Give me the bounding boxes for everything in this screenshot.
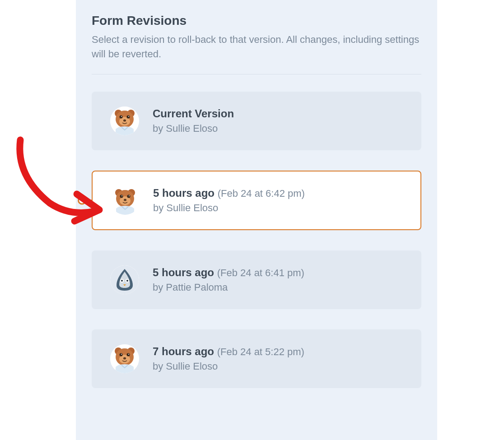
- svg-point-24: [126, 280, 128, 282]
- svg-point-31: [127, 353, 130, 356]
- svg-point-33: [128, 354, 129, 355]
- svg-point-16: [127, 195, 131, 198]
- svg-point-30: [120, 353, 123, 356]
- panel-title: Form Revisions: [92, 14, 421, 28]
- panel-subtitle: Select a revision to roll-back to that v…: [92, 32, 421, 61]
- revision-time-line: 7 hours ago (Feb 24 at 5:22 pm): [153, 345, 304, 358]
- revision-byline: by Sullie Eloso: [153, 123, 234, 134]
- svg-point-15: [120, 195, 123, 198]
- revisions-panel: Form Revisions Select a revision to roll…: [76, 0, 437, 440]
- revision-byline: by Pattie Paloma: [153, 282, 304, 293]
- revision-item[interactable]: 5 hours ago (Feb 24 at 6:41 pm) by Patti…: [92, 250, 421, 309]
- avatar-bear-icon: [111, 186, 140, 215]
- svg-point-6: [127, 115, 130, 118]
- avatar-bear-icon: [110, 344, 139, 373]
- revision-timestamp: (Feb 24 at 6:42 pm): [218, 188, 305, 199]
- svg-point-19: [124, 199, 126, 201]
- svg-point-23: [121, 280, 123, 282]
- revision-timestamp: (Feb 24 at 5:22 pm): [217, 346, 304, 357]
- revision-text: Current Version by Sullie Eloso: [153, 107, 234, 134]
- revision-timestamp: (Feb 24 at 6:41 pm): [217, 267, 304, 278]
- svg-point-8: [128, 116, 129, 117]
- revision-time: 7 hours ago: [153, 345, 214, 357]
- svg-point-32: [121, 354, 122, 355]
- revision-time-line: Current Version: [153, 107, 234, 120]
- revision-item[interactable]: 7 hours ago (Feb 24 at 5:22 pm) by Sulli…: [92, 329, 421, 388]
- revision-item-selected[interactable]: 5 hours ago (Feb 24 at 6:42 pm) by Sulli…: [92, 171, 421, 230]
- svg-point-9: [123, 119, 126, 121]
- svg-point-17: [121, 195, 122, 196]
- revision-time: 5 hours ago: [153, 266, 214, 278]
- revision-text: 7 hours ago (Feb 24 at 5:22 pm) by Sulli…: [153, 345, 304, 372]
- revision-current[interactable]: Current Version by Sullie Eloso: [92, 92, 421, 150]
- revision-time-line: 5 hours ago (Feb 24 at 6:42 pm): [153, 187, 305, 199]
- revision-text: 5 hours ago (Feb 24 at 6:41 pm) by Patti…: [153, 266, 304, 293]
- svg-point-7: [121, 116, 122, 117]
- svg-point-5: [120, 115, 123, 118]
- revision-time: 5 hours ago: [153, 187, 215, 199]
- avatar-bird-icon: [110, 265, 139, 294]
- revision-time: Current Version: [153, 107, 234, 120]
- svg-point-18: [129, 195, 130, 196]
- svg-point-34: [123, 357, 126, 359]
- revision-byline: by Sullie Eloso: [153, 361, 304, 372]
- revision-byline: by Sullie Eloso: [153, 202, 305, 214]
- revision-text: 5 hours ago (Feb 24 at 6:42 pm) by Sulli…: [153, 187, 305, 214]
- panel-header: Form Revisions Select a revision to roll…: [92, 14, 421, 74]
- avatar-bear-icon: [110, 107, 139, 135]
- revision-time-line: 5 hours ago (Feb 24 at 6:41 pm): [153, 266, 304, 279]
